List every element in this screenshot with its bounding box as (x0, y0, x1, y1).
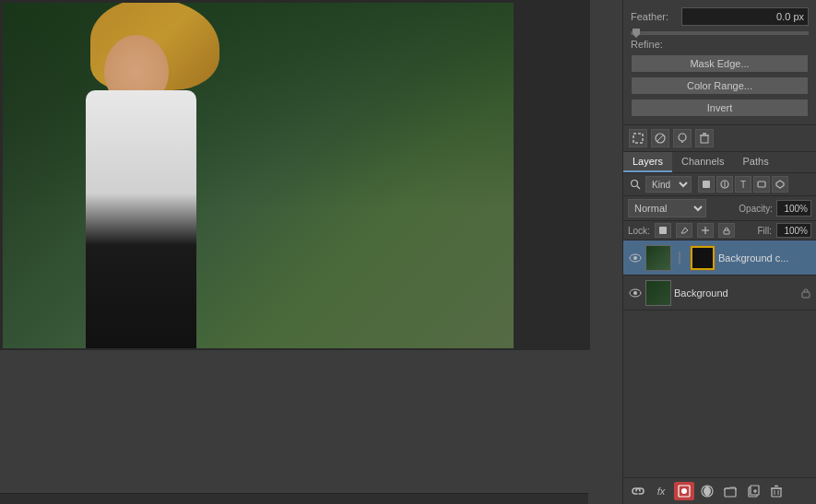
svg-point-23 (633, 291, 637, 295)
properties-toolbar (623, 125, 816, 152)
lock-draw-icon[interactable] (676, 223, 692, 238)
opacity-label: Opacity: (739, 204, 773, 214)
layer-eye-icon[interactable] (628, 286, 643, 300)
tab-layers[interactable]: Layers (623, 152, 672, 172)
lock-label: Lock: (628, 226, 650, 236)
filter-icons: T (698, 176, 788, 193)
pixel-filter-icon[interactable] (698, 176, 715, 193)
group-button[interactable] (720, 482, 740, 500)
layer-mask-thumb (690, 245, 715, 271)
svg-line-9 (637, 186, 640, 189)
filter-search-icon[interactable] (628, 177, 643, 192)
shape-filter-icon[interactable] (753, 176, 770, 193)
layer-thumb-bg (645, 280, 671, 306)
svg-point-20 (633, 256, 637, 260)
smart-filter-icon[interactable] (772, 176, 788, 193)
quickmask-icon[interactable] (651, 129, 669, 147)
new-layer-button[interactable] (743, 482, 763, 500)
effects-button[interactable]: fx (651, 482, 671, 500)
mask-button[interactable] (674, 482, 694, 500)
svg-rect-10 (703, 181, 710, 188)
invert-button[interactable]: Invert (631, 99, 809, 117)
adjustment-button[interactable] (697, 482, 717, 500)
svg-rect-24 (802, 292, 810, 298)
figure (49, 17, 233, 348)
adjustment-filter-icon[interactable] (716, 176, 733, 193)
svg-rect-33 (772, 488, 781, 497)
svg-rect-15 (659, 227, 667, 234)
canvas-bottom (0, 350, 590, 504)
type-filter-icon[interactable]: T (735, 176, 751, 193)
layer-thumb-bg-copy (645, 245, 671, 271)
layer-item[interactable]: Background c... (623, 240, 816, 275)
photo-canvas (3, 3, 514, 348)
layer-eye-icon[interactable] (628, 251, 643, 265)
mask-edge-button[interactable]: Mask Edge... (631, 54, 809, 73)
canvas-area (0, 0, 622, 504)
svg-point-3 (679, 134, 686, 141)
feather-row: Feather: 0.0 px (631, 7, 809, 26)
feather-value[interactable]: 0.0 px (681, 7, 809, 26)
tab-channels[interactable]: Channels (672, 152, 733, 172)
layer-name: Background c... (718, 252, 811, 264)
canvas-scrollbar-h[interactable] (0, 493, 588, 504)
layers-tabs: Layers Channels Paths (623, 152, 816, 173)
selection-icon[interactable] (629, 129, 647, 147)
svg-line-2 (657, 135, 663, 141)
svg-point-8 (632, 181, 638, 187)
feather-label: Feather: (631, 11, 681, 22)
feather-slider-thumb (633, 29, 640, 38)
opacity-input[interactable] (776, 200, 811, 217)
layer-lock-icon (800, 287, 811, 299)
fill-label: Fill: (757, 226, 772, 236)
layers-panel: Layers Channels Paths Kind (623, 152, 816, 504)
lock-all-icon[interactable] (718, 223, 735, 238)
svg-marker-14 (776, 181, 784, 188)
svg-rect-28 (725, 488, 736, 497)
blend-mode-select[interactable]: Normal (628, 199, 706, 217)
layer-filter-row: Kind T (623, 173, 816, 196)
lock-move-icon[interactable] (697, 223, 714, 238)
trash-icon[interactable] (695, 129, 714, 147)
lock-row: Lock: Fill: (623, 221, 816, 240)
svg-point-26 (681, 488, 687, 494)
blend-row: Normal Opacity: (623, 196, 816, 221)
kind-select[interactable]: Kind (645, 176, 692, 193)
color-range-button[interactable]: Color Range... (631, 76, 809, 95)
svg-rect-5 (701, 135, 708, 143)
fill-input[interactable] (776, 223, 811, 238)
layers-list: Background c... Background (623, 240, 816, 477)
layer-name: Background (674, 287, 798, 299)
layer-chain-icon (674, 245, 685, 271)
svg-rect-0 (633, 134, 643, 143)
image-container (0, 0, 590, 350)
svg-rect-18 (724, 230, 729, 234)
layer-item[interactable]: Background (623, 275, 816, 311)
lock-pixel-icon[interactable] (655, 223, 671, 238)
right-panel: Feather: 0.0 px Refine: Mask Edge... Col… (622, 0, 816, 504)
layers-bottom: fx (623, 477, 816, 504)
refine-label: Refine: (631, 39, 809, 50)
eye-dropper-icon[interactable] (673, 129, 692, 147)
link-layers-button[interactable] (628, 482, 648, 500)
svg-rect-13 (758, 182, 765, 187)
figure-body (86, 90, 196, 348)
feather-slider[interactable] (631, 31, 809, 35)
delete-layer-button[interactable] (766, 482, 786, 500)
properties-section: Feather: 0.0 px Refine: Mask Edge... Col… (623, 0, 816, 125)
tab-paths[interactable]: Paths (734, 152, 778, 172)
